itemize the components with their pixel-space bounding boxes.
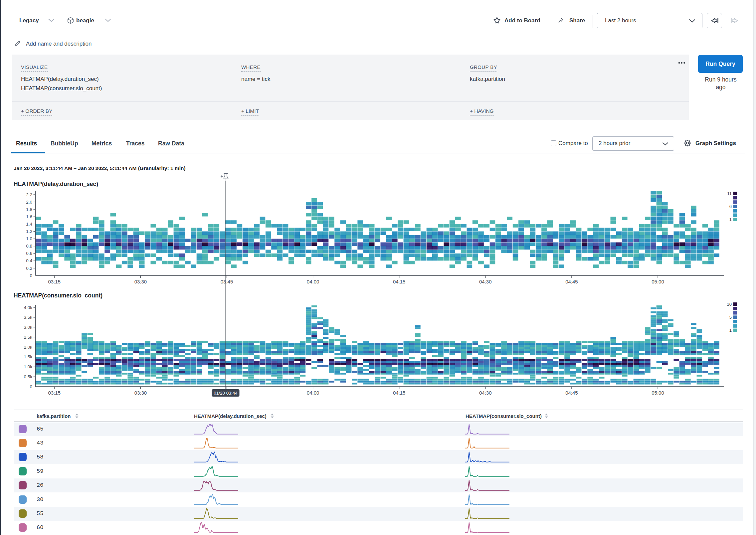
- svg-text:03:30: 03:30: [134, 390, 147, 396]
- svg-text:04:30: 04:30: [479, 279, 492, 284]
- svg-text:04:15: 04:15: [393, 390, 406, 396]
- svg-text:03:45: 03:45: [221, 279, 233, 284]
- svg-text:04:30: 04:30: [479, 390, 492, 396]
- svg-text:2.0: 2.0: [26, 200, 32, 205]
- svg-text:05:00: 05:00: [652, 279, 664, 284]
- svg-text:2.0k: 2.0k: [24, 345, 32, 350]
- svg-text:04:45: 04:45: [565, 390, 578, 396]
- svg-text:0.4: 0.4: [26, 258, 32, 263]
- svg-text:3.5k: 3.5k: [24, 315, 32, 320]
- svg-text:1.0: 1.0: [26, 236, 32, 241]
- svg-text:5: 5: [729, 315, 732, 320]
- svg-text:1.5k: 1.5k: [24, 354, 32, 359]
- svg-text:3.0k: 3.0k: [24, 325, 32, 330]
- svg-text:05:00: 05:00: [652, 390, 664, 396]
- svg-text:10: 10: [727, 302, 732, 307]
- svg-text:1.8: 1.8: [26, 207, 32, 212]
- svg-text:11: 11: [727, 191, 732, 196]
- svg-text:03:15: 03:15: [48, 390, 61, 396]
- svg-text:6: 6: [729, 204, 732, 209]
- svg-text:04:15: 04:15: [393, 279, 406, 284]
- svg-text:04:00: 04:00: [307, 279, 319, 284]
- svg-text:1: 1: [729, 217, 732, 222]
- svg-text:0.2: 0.2: [26, 266, 32, 271]
- svg-text:4.0k: 4.0k: [24, 305, 32, 310]
- svg-text:HEATMAP(delay.duration_sec): HEATMAP(delay.duration_sec): [14, 181, 98, 187]
- svg-text:0.5k: 0.5k: [24, 374, 32, 379]
- svg-text:0.6: 0.6: [26, 251, 32, 256]
- svg-text:0: 0: [30, 273, 32, 278]
- svg-text:HEATMAP(consumer.slo_count): HEATMAP(consumer.slo_count): [14, 292, 102, 299]
- svg-text:04:45: 04:45: [565, 279, 578, 284]
- svg-text:04:00: 04:00: [307, 390, 319, 396]
- svg-text:2.5k: 2.5k: [24, 335, 32, 340]
- svg-text:01/20 03:44: 01/20 03:44: [214, 391, 238, 396]
- svg-text:03:30: 03:30: [134, 279, 147, 284]
- svg-text:2.2: 2.2: [26, 192, 32, 197]
- svg-text:1.0k: 1.0k: [24, 364, 32, 369]
- svg-text:1: 1: [729, 328, 732, 333]
- svg-text:03:15: 03:15: [48, 279, 61, 284]
- svg-text:0.8: 0.8: [26, 244, 32, 249]
- svg-text:1.4: 1.4: [26, 222, 32, 227]
- svg-text:0: 0: [30, 384, 32, 389]
- svg-text:1.2: 1.2: [26, 229, 32, 234]
- svg-text:1.6: 1.6: [26, 214, 32, 219]
